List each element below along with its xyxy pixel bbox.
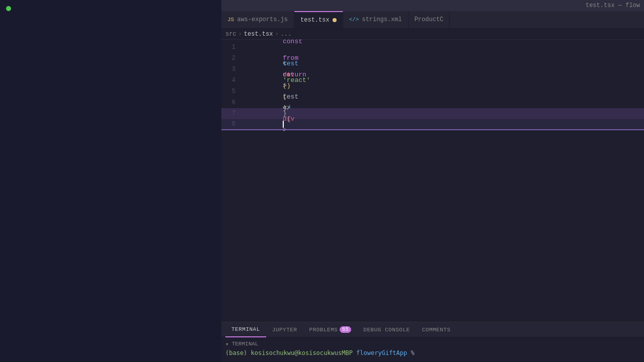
terminal-content: ▾ TERMINAL (base) kosisochukwu@kosisocuk…: [221, 337, 644, 362]
tab-jupyter[interactable]: JUPYTER: [266, 322, 303, 337]
xml-icon: </>: [349, 17, 359, 23]
breadcrumb-file[interactable]: test.tsx: [244, 31, 273, 38]
line-num-2: 2: [221, 53, 242, 64]
problems-badge: 65: [340, 326, 351, 333]
code-editor[interactable]: 1 import React from 'react' 2 3: [221, 40, 644, 322]
tab-comments-label: COMMENTS: [422, 327, 451, 333]
tab-terminal[interactable]: TERMINAL: [225, 322, 266, 337]
code-line-8: 8: [221, 119, 644, 130]
js-icon: JS: [227, 17, 234, 23]
tab-bar: JS aws-exports.js test.tsx </> strings.x…: [221, 11, 644, 29]
terminal-tabs: TERMINAL JUPYTER PROBLEMS 65 DEBUG CONSO…: [221, 322, 644, 337]
line-num-4: 4: [221, 75, 242, 86]
line-content-8: [242, 108, 644, 141]
tab-debug-console[interactable]: DEBUG CONSOLE: [357, 322, 416, 337]
tab-aws-exports[interactable]: JS aws-exports.js: [221, 11, 294, 28]
tab-product-c[interactable]: ProductC: [409, 11, 450, 28]
tab-strings-xml[interactable]: </> strings.xml: [343, 11, 409, 28]
cursor: [283, 121, 284, 128]
breadcrumb-ellipsis: ...: [281, 31, 292, 38]
line-num-3: 3: [221, 64, 242, 75]
prompt-path: floweryGiftApp: [356, 349, 407, 356]
code-lines: 1 import React from 'react' 2 3: [221, 40, 644, 322]
tab-aws-exports-label: aws-exports.js: [237, 16, 288, 23]
tab-terminal-label: TERMINAL: [231, 326, 260, 332]
tab-problems-label: PROBLEMS: [309, 327, 338, 333]
tab-strings-xml-label: strings.xml: [362, 16, 401, 23]
line-num-8: 8: [221, 119, 242, 130]
tab-jupyter-label: JUPYTER: [272, 327, 297, 333]
terminal-prompt: (base) kosisochukwu@kosisocukwusMBP flow…: [225, 349, 640, 356]
terminal-collapse-icon[interactable]: ▾: [225, 341, 229, 347]
prompt-user: (base) kosisochukwu@kosisocukwusMBP: [225, 349, 353, 356]
breadcrumb-sep-1: ›: [238, 31, 242, 38]
tab-product-c-label: ProductC: [415, 16, 444, 23]
window-title: test.tsx — flow: [586, 2, 640, 9]
terminal-header: ▾ TERMINAL: [225, 339, 640, 348]
tab-test-tsx-label: test.tsx: [300, 17, 330, 24]
breadcrumb-sep-2: ›: [275, 31, 278, 38]
terminal-section-label: TERMINAL: [232, 341, 259, 347]
tab-test-tsx[interactable]: test.tsx: [294, 11, 343, 28]
line-num-1: 1: [221, 42, 242, 53]
terminal-panel: TERMINAL JUPYTER PROBLEMS 65 DEBUG CONSO…: [221, 322, 644, 362]
left-panel: [0, 0, 221, 362]
line-num-6: 6: [221, 97, 242, 108]
editor-container: test.tsx — flow JS aws-exports.js test.t…: [221, 0, 644, 362]
breadcrumb: src › test.tsx › ...: [221, 29, 644, 40]
tab-debug-console-label: DEBUG CONSOLE: [363, 327, 410, 333]
line-num-7: 7: [221, 108, 242, 119]
tab-comments[interactable]: COMMENTS: [416, 322, 457, 337]
tab-problems[interactable]: PROBLEMS 65: [303, 322, 358, 337]
prompt-symbol: %: [411, 349, 415, 356]
title-bar: test.tsx — flow: [221, 0, 644, 11]
tab-modified-dot: [333, 18, 337, 22]
breadcrumb-src[interactable]: src: [225, 31, 236, 38]
line-num-5: 5: [221, 86, 242, 97]
